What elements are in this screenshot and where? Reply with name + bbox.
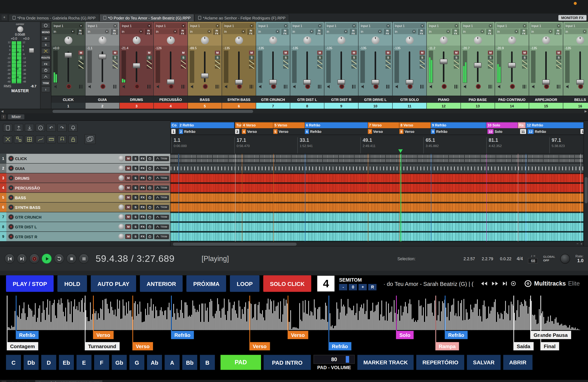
track-name[interactable]: SYNTH BASS — [15, 205, 117, 210]
channel-fader[interactable] — [579, 51, 581, 82]
channel-io-icon[interactable] — [79, 85, 83, 88]
channel-pan-env-icon[interactable] — [249, 60, 254, 64]
track-row[interactable]: 6 SYNTH BASS M S FX TRIM — [0, 202, 170, 212]
tempo-value[interactable]: 68 — [528, 258, 538, 263]
channel-pan-env-icon[interactable] — [181, 60, 186, 64]
open-project-icon[interactable] — [14, 124, 23, 132]
track-fx-button[interactable]: FX — [140, 185, 146, 190]
marker-flag-label[interactable]: Verso — [93, 331, 114, 339]
track-solo-button[interactable]: S — [133, 185, 139, 190]
channel-pan-env-icon[interactable] — [215, 60, 220, 64]
channel-fader[interactable] — [409, 51, 410, 82]
channel-input-selector[interactable]: Input 1 ▾ — [189, 23, 221, 29]
record-arm-button[interactable] — [8, 204, 14, 210]
channel-input-fx-button[interactable]: IN FX — [486, 29, 494, 35]
playrate-knob[interactable] — [560, 254, 570, 264]
master-mono-button[interactable]: MONO — [41, 29, 50, 35]
channel-mute-button[interactable]: M — [113, 51, 118, 55]
track-fx-power-icon[interactable] — [147, 234, 153, 239]
channel-input-selector[interactable]: Input 1 ▾ — [359, 23, 391, 29]
speaker-icon[interactable] — [190, 85, 195, 88]
track-name[interactable]: GTR DIST L — [15, 224, 117, 229]
arrange-view[interactable]: Co 2 Refrão Tur 4 Verso 5 Verso 6 Refrão… — [170, 121, 583, 246]
scroll-left-icon[interactable]: ◀ — [1, 109, 3, 113]
channel-input-fx-button[interactable]: IN FX — [111, 29, 118, 35]
track-fx-power-icon[interactable] — [147, 224, 153, 229]
track-lane[interactable] — [170, 154, 583, 164]
marker-flag[interactable]: Verso — [288, 331, 308, 339]
nav-button[interactable]: HOLD — [58, 276, 87, 292]
track-mute-button[interactable]: M — [126, 214, 131, 219]
track-row[interactable]: 9 GTR DIST R M S FX TRIM — [0, 232, 170, 242]
nav-button[interactable]: AUTO PLAY — [91, 276, 136, 292]
docker-menu-button[interactable]: ! — [1, 114, 6, 119]
v-scrollbar-thumb[interactable] — [585, 177, 588, 203]
channel-in-selector[interactable]: in ▾ — [121, 29, 144, 34]
master-channel-mode-icon[interactable] — [41, 22, 50, 29]
global-automation-selector[interactable]: GLOBAL OFF — [543, 255, 555, 262]
key-button[interactable]: B — [200, 355, 215, 370]
playhead-marker[interactable] — [398, 149, 403, 154]
track-mute-button[interactable]: M — [126, 185, 131, 190]
track-fx-power-icon[interactable] — [147, 176, 153, 180]
channel-in-selector[interactable]: in ▾ — [291, 29, 315, 34]
channel-fader-handle[interactable] — [337, 80, 345, 85]
channel-io-icon[interactable] — [489, 85, 492, 88]
marker[interactable]: 12 Refrão — [527, 129, 546, 134]
action-button[interactable]: ABRIR — [503, 355, 532, 370]
master-mute-button[interactable]: M — [41, 35, 50, 41]
channel-width-env-icon[interactable] — [522, 65, 527, 69]
key-button[interactable]: Gb — [112, 355, 127, 370]
track-lane[interactable] — [170, 202, 583, 212]
channel-width-env-icon[interactable] — [351, 65, 357, 69]
channel-pan-knob[interactable] — [201, 36, 209, 44]
channel-in-selector[interactable]: in ▾ — [530, 29, 554, 34]
new-project-icon[interactable] — [3, 124, 12, 132]
marker-flag[interactable]: Verso — [249, 342, 270, 350]
channel-pan-env-icon[interactable] — [283, 60, 288, 64]
channel-fader-handle[interactable] — [269, 80, 277, 85]
channel-fader-handle[interactable] — [201, 73, 209, 78]
key-button[interactable]: C — [6, 355, 21, 370]
track-pan-knob[interactable] — [119, 224, 124, 230]
track-lane[interactable] — [170, 232, 583, 242]
channel-input-selector[interactable]: Input 1 ▾ — [326, 23, 357, 29]
region-lane[interactable]: Co 2 Refrão Tur 4 Verso 5 Verso 6 Refrão… — [170, 122, 583, 128]
track-solo-button[interactable]: S — [133, 176, 139, 180]
channel-fader-handle[interactable] — [303, 80, 311, 85]
track-solo-button[interactable]: S — [133, 224, 139, 229]
channel-pan-env-icon[interactable] — [386, 60, 391, 64]
pad-intro-button[interactable]: PAD INTRO — [264, 355, 311, 370]
channel-input-fx-button[interactable]: IN FX — [213, 29, 221, 35]
channel-in-selector[interactable]: in ▾ — [223, 29, 246, 34]
marker[interactable]: 1 — [171, 129, 177, 134]
channel-in-selector[interactable]: in ▾ — [564, 29, 588, 34]
channel-record-arm-button[interactable] — [203, 84, 208, 89]
channel-pan-knob[interactable] — [167, 36, 174, 44]
record-arm-button[interactable] — [8, 233, 14, 239]
track-lane[interactable] — [170, 193, 583, 202]
track-mute-button[interactable]: M — [126, 195, 131, 200]
track-pan-knob[interactable] — [119, 195, 124, 200]
record-arm-button[interactable] — [8, 224, 14, 230]
marker-flag[interactable]: Rampa — [435, 342, 459, 350]
track-fx-button[interactable]: FX — [140, 166, 146, 170]
speaker-icon[interactable] — [88, 85, 92, 88]
channel-fader[interactable] — [340, 51, 342, 82]
play-button[interactable] — [42, 254, 52, 264]
status-dock-tab[interactable]: Controlador MULTITRACKS ELITE — [35, 381, 102, 382]
track-fx-button[interactable]: FX — [140, 195, 146, 200]
channel-width-env-icon[interactable] — [386, 65, 391, 69]
marker-flag-label[interactable]: Final — [540, 342, 559, 350]
master-fx-button[interactable]: FX — [41, 61, 50, 67]
channel-pan-knob[interactable] — [576, 36, 584, 44]
key-button[interactable]: A — [165, 355, 180, 370]
channel-io-icon[interactable] — [454, 85, 458, 88]
key-button[interactable]: E — [76, 355, 91, 370]
channel-input-fx-button[interactable]: IN FX — [452, 29, 460, 35]
channel-in-selector[interactable]: in ▾ — [359, 29, 383, 34]
track-trim-button[interactable]: TRIM — [154, 214, 169, 220]
track-pan-knob[interactable] — [119, 165, 124, 171]
channel-input-fx-button[interactable]: IN FX — [76, 29, 84, 35]
track-trim-button[interactable]: TRIM — [154, 195, 169, 200]
